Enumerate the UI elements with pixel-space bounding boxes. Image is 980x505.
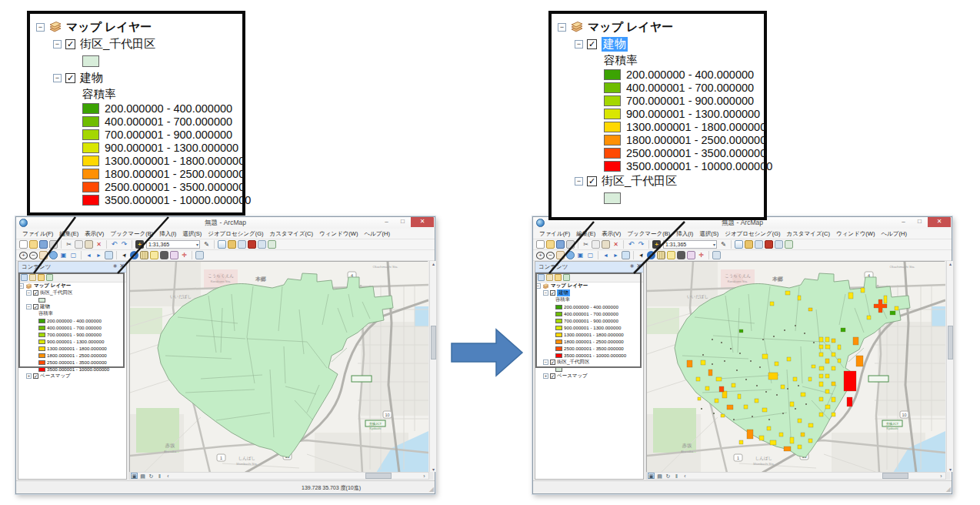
fixed-zoom-in-icon[interactable] <box>576 251 585 259</box>
toc-header[interactable]: コンテンツ <box>18 262 126 273</box>
maximize-button[interactable]: □ <box>912 217 928 227</box>
toc-class-row[interactable]: 200.000000 - 400.000000 <box>18 317 126 324</box>
forward-extent-icon[interactable] <box>612 251 620 259</box>
expand-icon[interactable]: + <box>543 373 548 379</box>
legend-class-swatch[interactable] <box>38 367 45 372</box>
full-extent-icon[interactable] <box>566 251 575 259</box>
find-icon[interactable] <box>160 251 168 259</box>
legend-class-swatch[interactable] <box>555 305 562 309</box>
scroll-left-icon[interactable]: ‹ <box>165 473 172 479</box>
full-extent-icon[interactable] <box>49 251 58 259</box>
basemap-layer-label[interactable]: ベースマップ <box>557 373 588 380</box>
undo-icon[interactable] <box>627 240 635 249</box>
blocks-layer-label[interactable]: 街区_千代田区 <box>40 289 73 296</box>
find-route-icon[interactable] <box>170 251 178 259</box>
maximize-button[interactable]: □ <box>395 217 411 227</box>
menu-geoprocessing[interactable]: ジオプロセシング(G) <box>205 230 266 238</box>
zoom-in-icon[interactable] <box>19 252 28 259</box>
layer-checkbox[interactable]: ✓ <box>550 373 555 379</box>
menu-help[interactable]: ヘルプ(H) <box>878 230 909 238</box>
zoom-out-icon[interactable] <box>546 252 555 259</box>
legend-class-swatch[interactable] <box>555 326 562 330</box>
copy-icon[interactable] <box>592 240 600 249</box>
search-window-icon[interactable] <box>755 240 763 249</box>
find-route-icon[interactable] <box>687 251 695 259</box>
scale-input[interactable]: 1:31,365 <box>663 240 717 249</box>
minimize-button[interactable]: – <box>378 217 395 227</box>
menu-bookmarks[interactable]: ブックマーク(B) <box>107 230 156 238</box>
vertical-scrollbar[interactable]: ▴ ▾ <box>429 261 436 472</box>
basemap-layer-label[interactable]: ベースマップ <box>40 373 71 380</box>
select-features-icon[interactable] <box>622 251 630 259</box>
list-by-source-icon[interactable] <box>546 274 553 281</box>
legend-class-swatch[interactable] <box>38 333 45 337</box>
horizontal-scroll-thumb[interactable] <box>365 473 392 479</box>
layer-checkbox[interactable]: ✓ <box>550 360 555 365</box>
scroll-right-icon[interactable]: › <box>421 473 428 479</box>
cut-icon[interactable] <box>65 240 73 249</box>
toc-class-row[interactable]: 1300.000001 - 1800.000000 <box>535 331 643 338</box>
menu-view[interactable]: 表示(V) <box>598 230 624 238</box>
paste-icon[interactable] <box>85 240 93 249</box>
refresh-button[interactable]: ↻ <box>665 473 672 479</box>
buildings-layer-label[interactable]: 建物 <box>40 303 50 310</box>
arctoolbox-icon[interactable] <box>248 240 256 249</box>
collapse-icon[interactable]: − <box>543 290 548 296</box>
list-by-source-icon[interactable] <box>29 274 36 281</box>
menu-file[interactable]: ファイル(F) <box>536 230 573 238</box>
menu-selection[interactable]: 選択(S) <box>179 230 205 238</box>
list-by-visibility-icon[interactable] <box>38 274 45 281</box>
legend-class-swatch[interactable] <box>38 326 45 330</box>
toc-class-row[interactable]: 200.000000 - 400.000000 <box>535 303 643 310</box>
pause-drawing-button[interactable]: ‖ <box>156 473 163 479</box>
redo-icon[interactable] <box>637 240 645 249</box>
html-popup-icon[interactable] <box>667 251 675 259</box>
toc-class-row[interactable]: 1300.000001 - 1800.000000 <box>18 345 126 352</box>
menu-bookmarks[interactable]: ブックマーク(B) <box>624 230 673 238</box>
list-by-drawing-order-icon[interactable] <box>21 274 28 281</box>
horizontal-scroll-thumb[interactable] <box>882 473 908 479</box>
close-button[interactable]: ✕ <box>411 217 434 227</box>
delete-icon[interactable] <box>95 240 103 249</box>
legend-class-swatch[interactable] <box>38 339 45 344</box>
blocks-swatch[interactable] <box>555 367 562 372</box>
data-view-button[interactable]: ▣ <box>648 473 655 479</box>
list-by-selection-icon[interactable] <box>563 274 570 281</box>
forward-extent-icon[interactable] <box>95 251 103 259</box>
resize-grip[interactable]: ◢ <box>946 486 951 493</box>
root-layer-label[interactable]: マップ レイヤー <box>34 283 71 289</box>
toc-buildings-row[interactable]: − ✓ 建物 <box>535 289 643 296</box>
table-icon[interactable] <box>735 240 743 249</box>
resize-grip[interactable]: ◢ <box>429 486 434 493</box>
go-to-xy-icon[interactable] <box>697 251 705 259</box>
layout-view-button[interactable]: ▤ <box>656 473 663 479</box>
menu-view[interactable]: 表示(V) <box>82 230 107 238</box>
pause-drawing-button[interactable]: ‖ <box>673 473 680 479</box>
toc-close-icon[interactable]: ✕ <box>636 263 642 269</box>
toc-class-row[interactable]: 1800.000001 - 2500.000000 <box>535 338 643 345</box>
measure-icon[interactable] <box>140 251 148 259</box>
html-popup-icon[interactable] <box>150 251 158 259</box>
new-document-icon[interactable] <box>19 240 28 249</box>
blocks-swatch[interactable] <box>38 298 45 303</box>
print-icon[interactable] <box>49 240 58 249</box>
toc-basemap-row[interactable]: + ✓ ベースマップ <box>18 373 126 380</box>
vertical-scroll-thumb[interactable] <box>431 326 436 360</box>
toc-header[interactable]: コンテンツ <box>535 262 643 273</box>
menu-file[interactable]: ファイル(F) <box>19 230 56 238</box>
menu-customize[interactable]: カスタマイズ(C) <box>267 230 316 238</box>
table-icon[interactable] <box>218 240 226 249</box>
layout-view-button[interactable]: ▤ <box>139 473 146 479</box>
minimize-button[interactable]: – <box>895 217 912 227</box>
data-view-button[interactable]: ▣ <box>131 473 138 479</box>
close-button[interactable]: ✕ <box>928 217 951 227</box>
menu-help[interactable]: ヘルプ(H) <box>361 230 392 238</box>
menu-insert[interactable]: 挿入(I) <box>673 230 696 238</box>
add-data-icon[interactable] <box>135 240 144 249</box>
menu-selection[interactable]: 選択(S) <box>696 230 722 238</box>
collapse-icon[interactable]: − <box>26 290 32 296</box>
new-document-icon[interactable] <box>536 240 545 249</box>
toc-buildings-row[interactable]: − ✓ 建物 <box>18 303 126 310</box>
open-icon[interactable] <box>546 240 555 249</box>
viewer-window-icon[interactable] <box>195 251 204 259</box>
